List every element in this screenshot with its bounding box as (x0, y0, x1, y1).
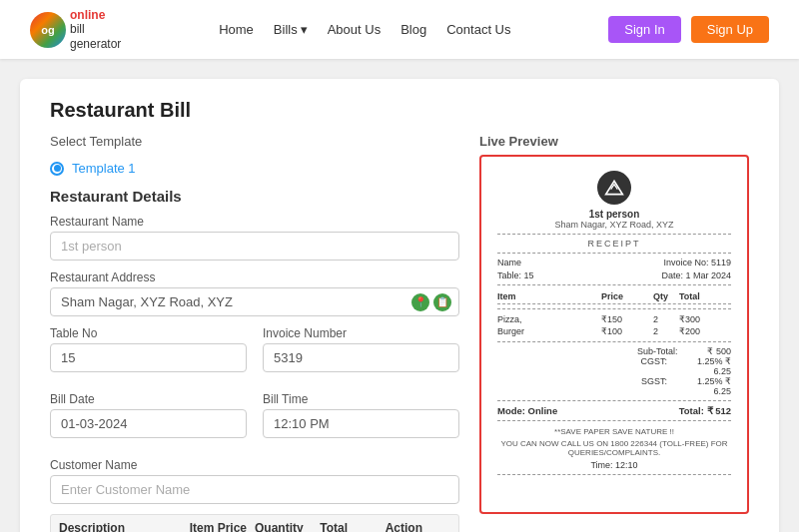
receipt-meta: Name Invoice No: 5119 (497, 258, 731, 267)
receipt-logo (497, 171, 731, 205)
template-radio[interactable] (50, 162, 64, 176)
receipt-address: Sham Nagar, XYZ Road, XYZ (497, 220, 731, 230)
table-no-group: Table No (50, 326, 247, 372)
receipt-table-header: Item Price Qty Total (497, 289, 731, 304)
bill-date-input[interactable] (50, 409, 247, 438)
receipt-row-0: Pizza, ₹150 2 ₹300 (497, 313, 731, 325)
two-col-layout: Select Template Template 1 Restaurant De… (50, 134, 749, 532)
cgst-pct-val: 1.25% ₹ (697, 356, 731, 366)
total-line: Mode: Online Total: ₹ 512 (497, 405, 731, 416)
customer-name-label: Customer Name (50, 458, 459, 472)
map-icon[interactable]: 📍 (411, 293, 429, 311)
receipt-shop-name: 1st person (497, 209, 731, 220)
sgst-pct-val: 1.25% ₹ (697, 376, 731, 386)
nav-bills-link[interactable]: Bills (274, 22, 298, 37)
receipt-col-total: Total (679, 291, 731, 301)
total-label: Total: ₹ 512 (679, 405, 731, 416)
signup-button[interactable]: Sign Up (691, 16, 769, 43)
right-col: Live Preview 1st person Sham Nagar, XYZ … (479, 134, 749, 532)
mountain-icon (604, 178, 624, 198)
invoice-number-input[interactable] (263, 343, 459, 372)
mode-label: Mode: Online (497, 405, 557, 416)
table-no-input[interactable] (50, 343, 247, 372)
restaurant-address-input[interactable] (50, 287, 459, 316)
receipt-time: Time: 12:10 (497, 460, 731, 470)
template-selector: Template 1 (50, 161, 459, 176)
table-no-label: Table No (50, 326, 247, 340)
bill-date-label: Bill Date (50, 392, 247, 406)
table-invoice-row: Table No Invoice Number (50, 326, 459, 382)
cgst-label: CGST: (640, 356, 667, 376)
main-content: Restaurant Bill Select Template Template… (20, 79, 779, 532)
template-label-text: Select Template (50, 134, 142, 149)
preview-title: Live Preview (479, 134, 749, 149)
receipt-divider-4 (497, 308, 731, 309)
address-wrapper: 📍 📋 (50, 287, 459, 316)
receipt-col-qty: Qty (653, 291, 679, 301)
restaurant-name-group: Restaurant Name (50, 215, 459, 261)
nav-contact[interactable]: Contact Us (446, 22, 510, 37)
signin-button[interactable]: Sign In (608, 16, 680, 43)
receipt-total-0: ₹300 (679, 314, 731, 324)
receipt-row-1: Burger ₹100 2 ₹200 (497, 325, 731, 337)
template-row: Select Template (50, 134, 459, 149)
bill-time-group: Bill Time (263, 392, 459, 438)
template-1-label[interactable]: Template 1 (72, 161, 136, 176)
sgst-pct: 1.25% ₹ 6.25 (697, 376, 731, 396)
receipt-price-1: ₹100 (601, 326, 653, 336)
sgst-label: SGST: (641, 376, 667, 396)
receipt-box: 1st person Sham Nagar, XYZ Road, XYZ REC… (479, 155, 749, 514)
receipt-invoice-no: Invoice No: 5119 (663, 258, 731, 267)
restaurant-address-group: Restaurant Address 📍 📋 (50, 270, 459, 316)
receipt-divider-1 (497, 234, 731, 235)
receipt-subtotals: Sub-Total: ₹ 500 CGST: 1.25% ₹ 6.25 SGST… (497, 346, 731, 396)
subtotal-value: ₹ 500 (707, 346, 731, 356)
bill-time-input[interactable] (263, 409, 459, 438)
footer-line-1: **SAVE PAPER SAVE NATURE !! (497, 427, 731, 436)
receipt-divider-2 (497, 253, 731, 254)
receipt-logo-circle (597, 171, 631, 205)
col-item-price: Item Price (190, 521, 255, 532)
chevron-down-icon: ▾ (301, 22, 308, 37)
col-description: Description (59, 521, 190, 532)
receipt-divider-3 (497, 284, 731, 285)
customer-name-group: Customer Name (50, 458, 459, 504)
svg-marker-0 (606, 182, 623, 195)
receipt-col-item: Item (497, 291, 601, 301)
receipt-qty-1: 2 (653, 326, 679, 336)
nav-bills[interactable]: Bills ▾ (274, 22, 308, 37)
page-title: Restaurant Bill (50, 99, 749, 122)
col-quantity: Quantity (255, 521, 320, 532)
receipt-item-0: Pizza, (497, 314, 601, 324)
receipt-item-1: Burger (497, 326, 601, 336)
receipt-qty-0: 2 (653, 314, 679, 324)
receipt-meta-2: Table: 15 Date: 1 Mar 2024 (497, 270, 731, 280)
invoice-number-group: Invoice Number (263, 326, 459, 372)
restaurant-address-label: Restaurant Address (50, 270, 459, 284)
receipt-divider-6 (497, 400, 731, 401)
receipt-section-title: RECEIPT (497, 239, 731, 249)
receipt-total-1: ₹200 (679, 326, 731, 336)
copy-icon[interactable]: 📋 (433, 293, 451, 311)
customer-name-input[interactable] (50, 475, 459, 504)
nav-home[interactable]: Home (219, 22, 254, 37)
subtotal-label: Sub-Total: (637, 346, 678, 356)
logo: og onlinebillgenerator (30, 8, 121, 51)
col-total: Total (320, 521, 385, 532)
nav-buttons: Sign In Sign Up (608, 16, 769, 43)
nav-blog[interactable]: Blog (400, 22, 426, 37)
nav-about[interactable]: About Us (328, 22, 381, 37)
receipt-footer-1: **SAVE PAPER SAVE NATURE !! YOU CAN NOW … (497, 427, 731, 457)
receipt-table: Table: 15 (497, 270, 534, 280)
cgst-value: 6.25 (697, 366, 731, 376)
receipt-name-label: Name (497, 258, 521, 267)
logo-text: onlinebillgenerator (70, 8, 121, 51)
navbar: og onlinebillgenerator Home Bills ▾ Abou… (0, 0, 799, 59)
sgst-line: SGST: 1.25% ₹ 6.25 (497, 376, 731, 396)
items-table-header: Description Item Price Quantity Total Ac… (50, 514, 459, 532)
cgst-pct: 1.25% ₹ 6.25 (697, 356, 731, 376)
address-icons: 📍 📋 (411, 293, 451, 311)
restaurant-name-input[interactable] (50, 232, 459, 261)
cgst-line: CGST: 1.25% ₹ 6.25 (497, 356, 731, 376)
bill-time-label: Bill Time (263, 392, 459, 406)
